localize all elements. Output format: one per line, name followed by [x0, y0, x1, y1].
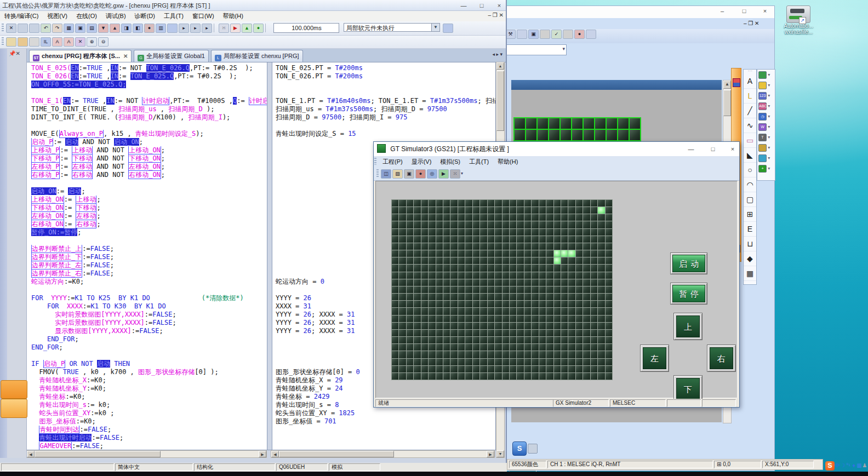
toolbar-icon[interactable]	[540, 30, 550, 39]
toolbar-icon[interactable]: ▦	[64, 24, 74, 33]
document-tab-1[interactable]: STchenxu [PRG] 程序本体 [S...✕	[29, 50, 132, 62]
object-tool-icon[interactable]: 123 ▾	[757, 90, 775, 101]
tray-icon[interactable]: ♟	[862, 460, 867, 471]
tray-icon[interactable]: ♦	[851, 460, 856, 471]
draw-tool-icon[interactable]: ∿	[744, 118, 756, 133]
object-tool-icon[interactable]: + ▾	[757, 163, 775, 174]
toolbar-icon[interactable]	[29, 37, 39, 47]
object-tool-icon[interactable]: W ▾	[757, 122, 775, 132]
toolbar-icon[interactable]: ◫	[381, 169, 391, 179]
toolbar-icon[interactable]: ◎	[427, 169, 437, 179]
scroll-right-arrow[interactable]: ▶	[487, 451, 494, 457]
toolbar-icon[interactable]: ⊖	[98, 37, 108, 47]
gx-selection-palette2[interactable]	[1, 399, 27, 418]
gts-titlebar[interactable]: GT Simulator3 (GS21) [工程标题未设置 ] — □ ×	[374, 142, 739, 156]
gtd-minimize-button[interactable]: –	[715, 6, 729, 16]
scroll-thumb[interactable]	[496, 71, 504, 131]
object-tool-icon[interactable]: ▾	[757, 70, 775, 80]
scroll-left-arrow[interactable]: ◀	[27, 451, 35, 457]
scroll-right-arrow[interactable]: ▶	[259, 451, 266, 457]
draw-tool-icon[interactable]: ▭	[744, 133, 756, 148]
gtd-child-titlebar[interactable]	[511, 80, 722, 90]
object-tool-icon[interactable]: ◷ ▾	[757, 111, 775, 122]
object-tool-icon[interactable]: ▾	[757, 80, 775, 90]
toolbar-icon[interactable]: ●	[415, 169, 426, 179]
tray-icon[interactable]: °¹	[846, 460, 851, 471]
toolbar-icon[interactable]	[18, 24, 28, 33]
toolbar-icon[interactable]: ↶	[41, 24, 51, 33]
desktop-icon-automation-share[interactable]: ↗ Automatio... wxinasfile...	[774, 5, 823, 39]
document-tab-2[interactable]: G全局标签设置 Global1	[134, 50, 209, 62]
gx-menu-item[interactable]: 在线(O)	[72, 11, 101, 21]
left-horizontal-scrollbar[interactable]: ◀ ▶	[26, 450, 267, 458]
toolbar-icon[interactable]: ▣	[404, 169, 414, 179]
toolbar-icon[interactable]: ◨	[121, 24, 132, 33]
gx-close-button[interactable]: ×	[492, 1, 506, 10]
toolbar-icon[interactable]: ●	[574, 30, 585, 39]
toolbar-icon[interactable]: ▲	[242, 24, 252, 33]
draw-tool-icon[interactable]: E	[744, 222, 756, 237]
toolbar-icon[interactable]: ▶	[438, 169, 449, 179]
gtd-mdi-controls[interactable]: – ❐ ✕	[744, 20, 773, 28]
toolbar-icon[interactable]: ▣	[75, 24, 85, 33]
snake-game-grid[interactable]	[391, 199, 613, 380]
gtd-maximize-button[interactable]: □	[737, 6, 751, 16]
draw-tool-icon[interactable]: ○	[744, 163, 756, 177]
gts-minimize-button[interactable]: —	[684, 144, 698, 154]
toolbar-overflow-chevron[interactable]: ▾	[461, 171, 463, 176]
draw-tool-icon[interactable]: ╱	[744, 104, 756, 118]
gts-menu-item[interactable]: 帮助(H)	[493, 156, 522, 168]
toolbar-icon[interactable]	[167, 24, 178, 33]
toolbar-icon[interactable]: ▨	[392, 169, 403, 179]
gx-mdi-controls[interactable]: – ❐ ✕	[488, 12, 504, 18]
toolbar-icon[interactable]	[29, 24, 39, 33]
toolbar-icon[interactable]: ●	[253, 24, 264, 33]
gts-maximize-button[interactable]: □	[706, 144, 720, 154]
st-code-pane[interactable]: TON_E_025(EN:=TRUE ,IN:= NOT TON_E_026.Q…	[27, 62, 267, 450]
scroll-down-arrow[interactable]: ▼	[496, 450, 504, 457]
toolbar-icon[interactable]: ▲	[110, 24, 120, 33]
gx-titlebar[interactable]: 工程\其他公共\俄罗斯方块\贪吃蛇\贪吃蛇.gxw - [chenxu [PRG…	[0, 0, 506, 11]
gx-maximize-button[interactable]: □	[475, 1, 489, 10]
toolbar-icon[interactable]: ▶	[230, 24, 241, 33]
toolbar-icon[interactable]: ⁙	[450, 169, 460, 179]
sogou-logo-icon[interactable]: S	[825, 461, 835, 471]
toolbar-icon[interactable]: ▥	[156, 24, 166, 33]
gx-menu-item[interactable]: 窗口(W)	[188, 11, 219, 21]
gx-menu-item[interactable]: 工具(T)	[159, 11, 188, 21]
toolbar-icon[interactable]: ▤	[87, 24, 97, 33]
gtd-docked-tool-icon[interactable]	[528, 444, 538, 454]
gtd-docked-s-icon[interactable]: S	[512, 441, 527, 456]
gts-close-button[interactable]: ×	[726, 144, 740, 154]
toolbar-icon[interactable]	[18, 37, 28, 47]
pause-button[interactable]: 暂停	[670, 283, 707, 305]
toolbar-icon[interactable]: ▼	[98, 24, 108, 33]
toolbar-icon[interactable]: ▣	[528, 30, 539, 39]
toolbar-icon[interactable]: ▸	[202, 24, 212, 33]
gts-menu-item[interactable]: 模拟(S)	[436, 156, 465, 168]
up-button[interactable]: 上	[673, 313, 703, 340]
object-tool-icon[interactable]: T ▾	[757, 132, 775, 142]
toolbar-icon[interactable]: ✓	[551, 30, 562, 39]
start-button[interactable]: 启动	[670, 253, 707, 274]
draw-tool-icon[interactable]: ▢	[744, 192, 756, 207]
gtd-close-button[interactable]: ×	[758, 6, 772, 16]
tab-scroll-arrows[interactable]: ◂ ▸ ▾	[492, 51, 502, 57]
right-button[interactable]: 右	[707, 345, 736, 372]
toolbar-icon[interactable]: ↷	[52, 24, 62, 33]
right-horizontal-scrollbar[interactable]: ◀ ▶	[271, 450, 495, 458]
tray-icon[interactable]: ▦	[856, 460, 862, 471]
gx-menu-item[interactable]: 诊断(D)	[130, 11, 159, 21]
toolbar-icon[interactable]: A	[64, 37, 74, 47]
toolbar-icon[interactable]: IL	[41, 37, 51, 47]
draw-tool-icon[interactable]: ▦	[744, 266, 756, 281]
toolbar-icon[interactable]: ▸	[179, 24, 189, 33]
draw-tool-icon[interactable]: ◣	[744, 148, 756, 163]
scroll-up-arrow[interactable]: ▲	[723, 81, 731, 89]
hmi-screen[interactable]: 启动 暂停 上 左 右 下	[375, 181, 738, 398]
toolbar-icon[interactable]: ⁙	[219, 24, 229, 33]
toolbar-icon[interactable]	[586, 30, 596, 39]
draw-tool-icon[interactable]: A	[744, 74, 756, 89]
gts-menu-item[interactable]: 显示(V)	[407, 156, 436, 168]
tray-icon[interactable]: ☽	[840, 460, 846, 471]
